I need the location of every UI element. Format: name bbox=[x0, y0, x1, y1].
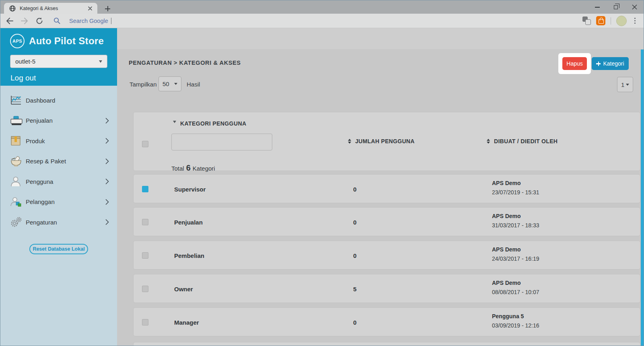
sidebar-item-label: Resep & Paket bbox=[26, 158, 66, 165]
gears-icon bbox=[10, 216, 24, 228]
user-count: 5 bbox=[353, 286, 356, 292]
browser-menu-icon[interactable] bbox=[632, 16, 638, 25]
translate-icon[interactable] bbox=[582, 16, 591, 25]
sidebar-item-label: Pengaturan bbox=[26, 219, 57, 226]
row-checkbox[interactable] bbox=[142, 186, 148, 192]
table-row[interactable]: Supervisor 0 APS Demo 23/07/2019 - 15:31 bbox=[133, 174, 640, 203]
sort-icon bbox=[348, 139, 351, 144]
chevron-right-icon bbox=[105, 199, 109, 205]
sort-caret-icon[interactable] bbox=[173, 123, 176, 130]
column-header-edited-by-label: DIBUAT / DIEDIT OLEH bbox=[494, 138, 558, 144]
plus-icon bbox=[596, 62, 601, 66]
table-row[interactable]: Manager 0 Pengguna 5 03/09/2019 - 12:16 bbox=[133, 307, 640, 336]
user-count: 0 bbox=[353, 252, 356, 259]
total-prefix: Total bbox=[171, 165, 184, 172]
table-row[interactable]: Owner 5 APS Demo 08/08/2017 - 10:07 bbox=[133, 274, 640, 303]
edited-by: APS Demo bbox=[492, 246, 521, 253]
restore-button[interactable] bbox=[607, 0, 625, 14]
chevron-right-icon bbox=[105, 219, 109, 225]
tab-close-icon[interactable] bbox=[87, 5, 93, 12]
category-name: Manager bbox=[174, 319, 199, 326]
edited-date: 08/08/2017 - 10:07 bbox=[492, 289, 539, 295]
brand-title: Auto Pilot Store bbox=[29, 35, 104, 47]
total-suffix: Kategori bbox=[193, 165, 215, 172]
extension-bag-icon[interactable] bbox=[596, 16, 605, 25]
text-cursor bbox=[111, 18, 111, 24]
browser-tab[interactable]: Kategori & Akses bbox=[4, 3, 97, 14]
user-count: 0 bbox=[353, 219, 356, 226]
category-filter-input[interactable] bbox=[171, 134, 272, 150]
user-count: 0 bbox=[353, 319, 356, 326]
category-name: Penjualan bbox=[174, 219, 203, 226]
row-checkbox[interactable] bbox=[142, 319, 148, 325]
sidebar-item-label: Penjualan bbox=[26, 117, 53, 124]
outlet-selected-value: outlet-5 bbox=[15, 58, 35, 65]
table-row[interactable]: Pembelian 0 APS Demo 24/03/2017 - 16:19 bbox=[133, 241, 640, 270]
chevron-right-icon bbox=[105, 178, 109, 185]
back-button[interactable] bbox=[6, 18, 13, 24]
page-size-select[interactable]: 50 bbox=[158, 76, 181, 91]
sidebar-item-penjualan[interactable]: Penjualan bbox=[0, 111, 117, 131]
mortar-pestle-icon bbox=[10, 156, 24, 167]
chevron-down-icon bbox=[174, 83, 177, 85]
product-box-icon bbox=[10, 136, 24, 146]
browser-toolbar: Search Google bbox=[0, 14, 644, 28]
user-icon bbox=[10, 176, 24, 187]
total-line: Total 6 Kategori bbox=[171, 163, 215, 173]
address-placeholder: Search Google bbox=[69, 18, 108, 24]
address-bar[interactable]: Search Google bbox=[53, 17, 582, 24]
minimize-button[interactable] bbox=[588, 0, 607, 14]
sidebar-item-produk[interactable]: Produk bbox=[0, 131, 117, 151]
new-tab-button[interactable] bbox=[103, 4, 112, 13]
breadcrumb: PENGATURAN > KATEGORI & AKSES bbox=[129, 60, 241, 66]
select-all-checkbox[interactable] bbox=[142, 141, 148, 147]
sidebar-item-label: Produk bbox=[26, 138, 45, 144]
category-name: Supervisor bbox=[174, 186, 206, 193]
chevron-down-icon bbox=[626, 84, 629, 86]
sidebar-item-label: Pelanggan bbox=[26, 198, 55, 205]
sidebar-item-dashboard[interactable]: Dashboard bbox=[0, 90, 117, 111]
reload-button[interactable] bbox=[36, 17, 43, 25]
row-checkbox[interactable] bbox=[142, 252, 148, 259]
sidebar-item-resep-paket[interactable]: Resep & Paket bbox=[0, 151, 117, 172]
column-header-edited-by[interactable]: DIBUAT / DIEDIT OLEH bbox=[487, 138, 558, 144]
column-header-count-label: JUMLAH PENGGUNA bbox=[355, 138, 415, 144]
sidebar-item-pengguna[interactable]: Pengguna bbox=[0, 171, 117, 192]
sidebar-item-pengaturan[interactable]: Pengaturan bbox=[0, 212, 117, 233]
sort-icon bbox=[487, 139, 490, 144]
row-checkbox[interactable] bbox=[142, 219, 148, 225]
customer-icon bbox=[10, 196, 24, 208]
edited-date: 23/07/2019 - 15:31 bbox=[492, 189, 539, 196]
close-icon bbox=[632, 4, 637, 10]
browser-titlebar: Kategori & Akses bbox=[0, 0, 644, 14]
globe-favicon-icon bbox=[9, 5, 16, 12]
sidebar-item-pelanggan[interactable]: Pelanggan bbox=[0, 192, 117, 212]
logout-link[interactable]: Log out bbox=[10, 74, 117, 82]
search-icon bbox=[53, 17, 60, 24]
add-category-button[interactable]: Kategori bbox=[592, 57, 629, 70]
page-number-select[interactable]: 1 bbox=[617, 77, 633, 92]
column-header-category[interactable]: KATEGORI PENGGUNA bbox=[180, 120, 246, 127]
outlet-selector[interactable]: outlet-5 bbox=[10, 55, 107, 68]
app-topbar bbox=[117, 28, 644, 49]
table-row[interactable]: Penjualan 0 APS Demo 31/03/2017 - 18:33 bbox=[133, 207, 640, 236]
page-scrollbar[interactable] bbox=[641, 49, 644, 346]
main-content: PENGATURAN > KATEGORI & AKSES Hapus Kate… bbox=[117, 28, 644, 346]
browser-window: { "browser": { "tab": { "title": "Katego… bbox=[0, 0, 644, 346]
sidebar-item-label: Pengguna bbox=[26, 178, 53, 185]
chevron-right-icon bbox=[105, 158, 109, 165]
table-row-partial[interactable] bbox=[133, 342, 640, 346]
edited-date: 31/03/2017 - 18:33 bbox=[492, 222, 539, 229]
column-header-count[interactable]: JUMLAH PENGGUNA bbox=[348, 138, 415, 144]
edited-date: 03/09/2019 - 12:16 bbox=[492, 322, 539, 329]
delete-button[interactable]: Hapus bbox=[562, 57, 587, 70]
reset-database-button[interactable]: Reset Database Lokal bbox=[29, 244, 88, 254]
row-checkbox[interactable] bbox=[142, 286, 148, 292]
edited-by: APS Demo bbox=[492, 280, 521, 286]
forward-button[interactable] bbox=[21, 18, 28, 24]
close-button[interactable] bbox=[625, 0, 644, 14]
tab-title: Kategori & Akses bbox=[20, 6, 87, 11]
restore-icon bbox=[614, 5, 618, 9]
show-label: Tampilkan bbox=[130, 81, 157, 88]
profile-avatar[interactable] bbox=[616, 16, 627, 26]
